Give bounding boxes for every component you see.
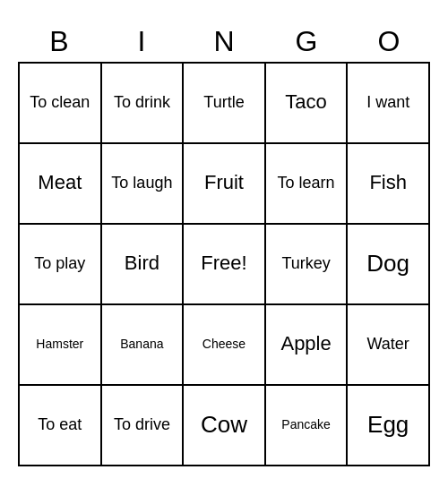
bingo-cell: Apple [266, 305, 349, 386]
bingo-cell: Turtle [184, 64, 266, 144]
cell-text: Hamster [36, 337, 83, 352]
bingo-cell: To play [20, 225, 102, 305]
cell-text: Turtle [203, 93, 244, 113]
cell-text: I want [366, 93, 409, 113]
bingo-cell: Cow [184, 386, 266, 466]
cell-text: To drive [114, 415, 170, 435]
cell-text: To learn [278, 174, 335, 193]
cell-text: To laugh [111, 174, 172, 193]
cell-text: Turkey [281, 254, 330, 274]
cell-text: Banana [120, 337, 163, 352]
cell-text: Pancake [281, 417, 330, 432]
header-letter: I [100, 21, 183, 62]
cell-text: Apple [280, 332, 331, 355]
cell-text: Fruit [204, 171, 244, 194]
bingo-cell: Cheese [184, 305, 266, 386]
bingo-cell: To learn [266, 144, 349, 225]
cell-text: Water [367, 335, 409, 355]
bingo-cell: Water [348, 305, 430, 386]
bingo-cell: Fruit [184, 144, 266, 225]
header-letter: G [265, 21, 348, 62]
bingo-cell: To clean [20, 64, 102, 144]
cell-text: To drink [114, 93, 170, 113]
bingo-cell: Turkey [266, 225, 349, 305]
bingo-header: BINGO [18, 21, 430, 62]
bingo-cell: Meat [20, 144, 102, 225]
bingo-cell: To drive [102, 386, 185, 466]
cell-text: Meat [38, 171, 82, 194]
cell-text: To play [34, 254, 85, 274]
cell-text: To eat [38, 415, 82, 435]
cell-text: Bird [125, 252, 159, 275]
cell-text: To clean [30, 93, 90, 113]
bingo-cell: Banana [102, 305, 185, 386]
bingo-cell: Fish [348, 144, 430, 225]
bingo-cell: Pancake [266, 386, 349, 466]
bingo-card: BINGO To cleanTo drinkTurtleTacoI wantMe… [18, 21, 430, 466]
bingo-cell: Dog [348, 225, 430, 305]
cell-text: Fish [369, 171, 407, 194]
bingo-grid: To cleanTo drinkTurtleTacoI wantMeatTo l… [18, 62, 430, 466]
bingo-cell: I want [348, 64, 430, 144]
cell-text: Free! [201, 252, 246, 275]
bingo-cell: Hamster [20, 305, 102, 386]
bingo-cell: Free! [184, 225, 266, 305]
bingo-cell: To drink [102, 64, 185, 144]
header-letter: N [183, 21, 265, 62]
bingo-cell: To eat [20, 386, 102, 466]
bingo-cell: Bird [102, 225, 185, 305]
bingo-cell: Taco [266, 64, 349, 144]
cell-text: Cheese [202, 337, 246, 352]
header-letter: O [348, 21, 430, 62]
bingo-cell: Egg [348, 386, 430, 466]
cell-text: Taco [285, 90, 326, 114]
cell-text: Egg [367, 411, 409, 439]
bingo-cell: To laugh [102, 144, 185, 225]
cell-text: Dog [366, 250, 409, 278]
header-letter: B [18, 21, 100, 62]
cell-text: Cow [201, 411, 247, 439]
